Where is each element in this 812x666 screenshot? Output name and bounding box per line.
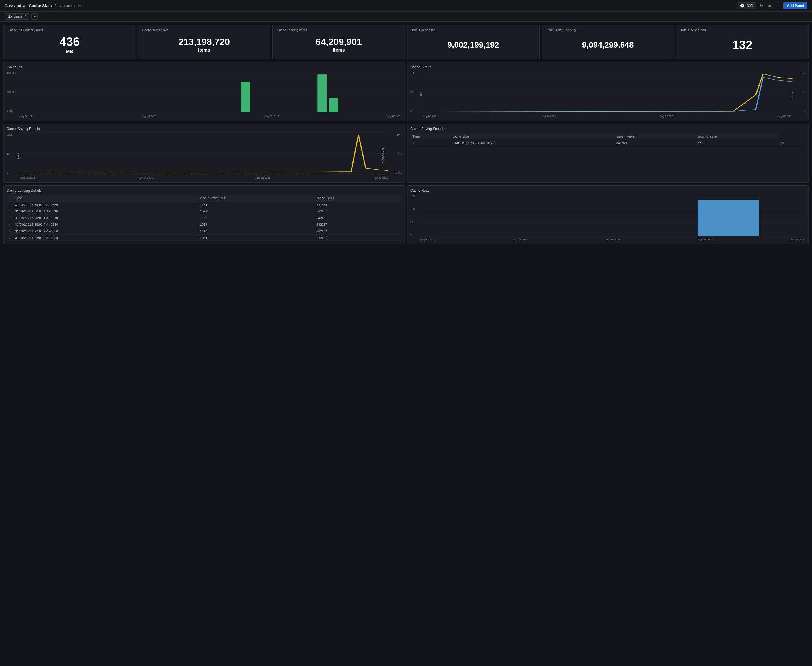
refresh-button[interactable]: ↻: [759, 2, 764, 9]
cache-status-chart-area: 10G 5G 0 Size 10G 5G 0 Capacity: [410, 71, 805, 118]
cache-status-y-left-2: 0: [410, 110, 418, 112]
cache-status-x-label-3: Aug 30 2021: [778, 115, 793, 118]
add-tab-button[interactable]: +: [31, 13, 38, 20]
cache-read-x-4: Sep 03 2021: [791, 238, 805, 241]
share-icon[interactable]: ⤴: [54, 3, 56, 8]
cache-read-x-3: Aug 26 2021: [698, 238, 713, 241]
cache-init-x-label-0: Aug 06 2021: [19, 115, 34, 118]
cache-loading-details-table: Time load_duration_ms cache_items 1 31/0…: [7, 195, 402, 241]
tab-db-cluster[interactable]: db_cluster *: [5, 13, 29, 20]
saving-y-right-0: 10 s: [391, 133, 402, 136]
stat-card-unit-0: MB: [66, 49, 73, 54]
row-num: 1: [410, 140, 451, 147]
svg-rect-5: [329, 98, 338, 112]
stat-card-title-2: Cache Loading Items: [277, 28, 401, 32]
cache-init-x-label-3: Aug 30 2021: [387, 115, 402, 118]
stat-card-unit-1: Items: [198, 48, 210, 53]
table-row: 5 31/08/2021 5:22:00 PM +0530 1110 64213…: [7, 228, 402, 235]
cache-status-y-left-1: 5G: [410, 91, 418, 93]
cache-status-x-label-0: Aug 06 2021: [423, 115, 438, 118]
cache-status-y-right-1: 5G: [797, 91, 805, 93]
stat-card-total-cache-read: Total Cache Read 132: [676, 25, 809, 59]
add-panel-button[interactable]: Add Panel: [784, 2, 807, 9]
schedule-col-keys-to-save: keys_to_save: [695, 133, 778, 140]
saving-x-label-3: Aug 30 2021: [373, 176, 388, 179]
cache-init-y-label-1: 200 MB: [7, 91, 18, 93]
loading-time: 31/08/2021 5:35:00 PM +0530: [13, 221, 198, 228]
stat-card-title-4: Total Cache Capacity: [546, 28, 670, 32]
filter-button[interactable]: ⊞: [767, 2, 772, 9]
loading-cache-items: 641879: [314, 201, 402, 208]
table-row: 1 31/08/2021 5:35:00 PM +0530 1134 64187…: [7, 201, 402, 208]
stat-card-value-5: 132: [733, 39, 753, 51]
loading-duration: 1074: [198, 235, 314, 241]
cache-loading-details-panel: Cache Loading Details Time load_duration…: [3, 185, 405, 244]
stat-card-value-0: 436: [59, 36, 79, 48]
stat-card-cache-init-capacity: Cache Init Capacity (MB) 436 MB: [3, 25, 136, 59]
stat-card-cache-items-save: Cache Items Save 213,198,720 Items: [138, 25, 271, 59]
cache-init-panel: Cache Init 400 MB 200 MB 0 MB: [3, 62, 405, 121]
row-num: 5: [7, 228, 13, 235]
cache-saving-details-title: Cache Saving Details: [7, 127, 402, 131]
cache-read-panel: Cache Read 150 100 50 0: [407, 185, 809, 244]
cache-init-x-label-2: Aug 22 2021: [264, 115, 279, 118]
saving-left-axis: items: [17, 153, 20, 160]
row-num: 6: [7, 235, 13, 241]
svg-rect-3: [241, 82, 250, 113]
page-title: Cassandra - Cache Stats: [5, 3, 52, 8]
loading-duration: 1026: [198, 208, 314, 215]
stat-card-value-4: 9,094,299,648: [582, 41, 634, 49]
loading-time: 31/08/2021 8:50:00 AM +0530: [13, 208, 198, 215]
loading-duration: 1069: [198, 221, 314, 228]
cache-status-panel: Cache Status 10G 5G 0 Size 10G 5G 0: [407, 62, 809, 121]
stat-card-total-cache-size: Total Cache Size 9,002,199,192: [407, 25, 540, 59]
cache-read-y-1: 100: [410, 208, 419, 211]
charts-row-1: Cache Init 400 MB 200 MB 0 MB: [3, 62, 809, 121]
stat-card-value-2: 64,209,901: [316, 37, 362, 46]
svg-rect-4: [317, 74, 327, 112]
stat-card-value-container-4: 9,094,299,648: [546, 35, 670, 55]
more-options-button[interactable]: ⋮: [775, 2, 781, 9]
table-row: 2 31/08/2021 8:50:00 AM +0530 1026 64213…: [7, 208, 402, 215]
stat-card-value-container-5: 132: [680, 35, 804, 55]
save-status: All changes saved: [59, 4, 84, 8]
loading-time: 31/08/2021 5:22:00 PM +0530: [13, 228, 198, 235]
charts-row-2: Cache Saving Details 10M 5M 0 items 10 s…: [3, 124, 809, 183]
schedule-col-time: Time: [410, 133, 451, 140]
header: Cassandra - Cache Stats ⤴ All changes sa…: [0, 0, 812, 12]
saving-x-label-2: Aug 22 2021: [256, 176, 270, 179]
cache-read-svg: [420, 195, 805, 236]
time-range-button[interactable]: 🕐 -30D: [737, 2, 756, 9]
saving-y-left-2: 0: [7, 171, 15, 174]
cache-read-y-3: 0: [410, 233, 419, 236]
loading-time: 31/08/2021 5:35:00 PM +0530: [13, 201, 198, 208]
cache-status-y-left-0: 10G: [410, 71, 418, 74]
header-left: Cassandra - Cache Stats ⤴ All changes sa…: [5, 3, 84, 8]
cache-saving-details-chart-area: 10M 5M 0 items 10 s 5 s 0 ms Save Durati…: [7, 133, 402, 179]
cache-status-left-axis: Size: [419, 92, 423, 97]
saving-y-right-2: 0 ms: [391, 171, 402, 174]
cache-saving-schedule-panel: Cache Saving Schedule Time cache_type sa…: [407, 124, 809, 183]
svg-rect-17: [698, 200, 759, 236]
cache-status-y-right-0: 10G: [797, 71, 805, 74]
row-num: 4: [7, 221, 13, 228]
saving-y-left-0: 10M: [7, 133, 15, 136]
stat-card-value-container-3: 9,002,199,192: [411, 35, 535, 55]
cache-status-title: Cache Status: [410, 65, 805, 69]
cache-read-y-0: 150: [410, 195, 419, 198]
main-content: Cache Init Capacity (MB) 436 MB Cache It…: [0, 21, 812, 247]
sub-header: db_cluster * +: [0, 12, 812, 21]
table-row: 4 31/08/2021 5:35:00 PM +0530 1069 64223…: [7, 221, 402, 228]
cache-status-y-right-2: 0: [797, 110, 805, 112]
time-range-label: -30D: [746, 4, 753, 8]
saving-y-right-1: 5 s: [391, 152, 402, 155]
stat-card-unit-2: Items: [333, 48, 345, 53]
table-row: 3 31/08/2021 8:50:00 AM +0530 1102 64213…: [7, 215, 402, 221]
schedule-cache-type: counter: [614, 140, 695, 147]
loading-cache-items: 642132: [314, 228, 402, 235]
stat-cards-row: Cache Init Capacity (MB) 436 MB Cache It…: [3, 25, 809, 59]
stat-card-title-3: Total Cache Size: [411, 28, 535, 32]
row-num: 2: [7, 208, 13, 215]
saving-x-label-1: Aug 14 2021: [138, 176, 153, 179]
stat-card-value-container-1: 213,198,720 Items: [142, 35, 266, 55]
